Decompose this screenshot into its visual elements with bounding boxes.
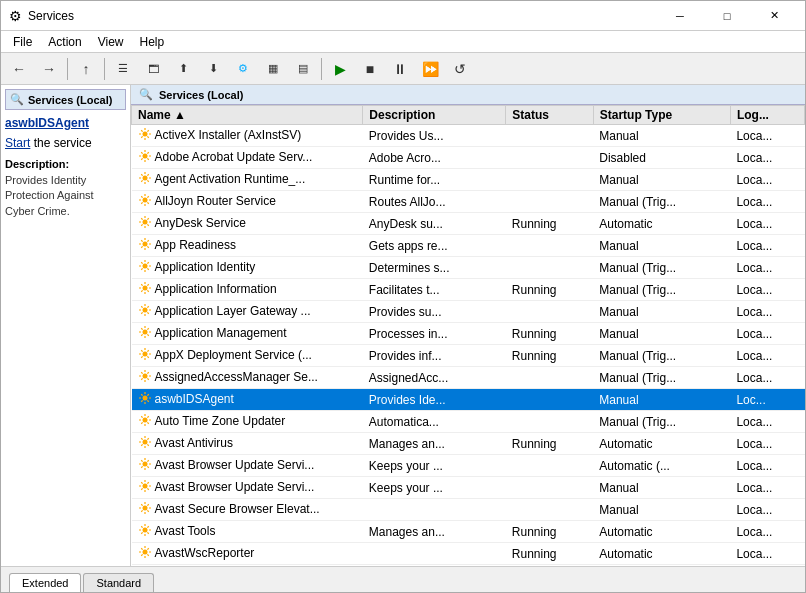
service-name-cell: Application Information [132,279,363,301]
svg-point-9 [142,330,147,335]
service-name-cell: Auto Time Zone Updater [132,411,363,433]
resume-button[interactable]: ⏩ [416,56,444,82]
export-button[interactable]: ⬇ [199,56,227,82]
detail-button[interactable]: ▤ [289,56,317,82]
right-panel-icon: 🔍 [139,88,153,101]
maximize-button[interactable]: □ [704,1,750,31]
table-row[interactable]: aswbIDSAgentProvides Ide...ManualLoc... [132,389,805,411]
service-log-cell: Loca... [730,411,804,433]
col-startup[interactable]: Startup Type [593,106,730,125]
table-row[interactable]: Application ManagementProcesses in...Run… [132,323,805,345]
tab-extended[interactable]: Extended [9,573,81,592]
options-button[interactable]: ⚙ [229,56,257,82]
close-button[interactable]: ✕ [751,1,797,31]
toolbar: ← → ↑ ☰ 🗔 ⬆ ⬇ ⚙ ▦ ▤ ▶ ■ ⏸ ⏩ ↺ [1,53,805,85]
table-row[interactable]: Application Layer Gateway ...Provides su… [132,301,805,323]
table-row[interactable]: AppX Deployment Service (...Provides inf… [132,345,805,367]
services-list: Name ▲ Description Status Startup Type L… [131,105,805,566]
back-button[interactable]: ← [5,56,33,82]
service-startup-cell: Manual [593,125,730,147]
table-row[interactable]: AssignedAccessManager Se...AssignedAcc..… [132,367,805,389]
table-row[interactable]: Agent Activation Runtime_...Runtime for.… [132,169,805,191]
service-status-cell: Running [506,213,593,235]
table-row[interactable]: Avast Secure Browser Elevat...ManualLoca… [132,499,805,521]
col-status[interactable]: Status [506,106,593,125]
menu-help[interactable]: Help [132,33,173,51]
table-row[interactable]: ActiveX Installer (AxInstSV)Provides Us.… [132,125,805,147]
service-status-cell: Running [506,543,593,565]
service-status-cell [506,235,593,257]
service-name-cell: Avast Secure Browser Elevat... [132,499,363,521]
table-row[interactable]: Avast Browser Update Servi...Keeps your … [132,477,805,499]
tab-standard[interactable]: Standard [83,573,154,592]
restart-button[interactable]: ↺ [446,56,474,82]
service-status-cell: Running [506,345,593,367]
service-name-cell: Application Identity [132,257,363,279]
start-service-link[interactable]: Start [5,136,30,150]
service-icon [138,149,152,166]
table-row[interactable]: AvastWscReporterRunningAutomaticLoca... [132,543,805,565]
import-button[interactable]: ⬆ [169,56,197,82]
show-hide-button[interactable]: ☰ [109,56,137,82]
play-button[interactable]: ▶ [326,56,354,82]
service-desc-cell: Provides inf... [363,345,506,367]
stop-button[interactable]: ■ [356,56,384,82]
menu-action[interactable]: Action [40,33,89,51]
selected-service-name[interactable]: aswbIDSAgent [5,116,126,130]
forward-button[interactable]: → [35,56,63,82]
service-startup-cell: Automatic [593,543,730,565]
service-log-cell: Loca... [730,125,804,147]
service-log-cell: Loca... [730,477,804,499]
table-row[interactable]: AllJoyn Router ServiceRoutes AllJo...Man… [132,191,805,213]
description-label: Description: [5,158,126,170]
col-description[interactable]: Description [363,106,506,125]
table-row[interactable]: Auto Time Zone UpdaterAutomatica...Manua… [132,411,805,433]
service-icon [138,457,152,474]
service-status-cell [506,477,593,499]
service-log-cell: Loca... [730,169,804,191]
service-startup-cell: Manual [593,389,730,411]
table-row[interactable]: Avast AntivirusManages an...RunningAutom… [132,433,805,455]
table-row[interactable]: App ReadinessGets apps re...ManualLoca..… [132,235,805,257]
service-status-cell [506,411,593,433]
service-startup-cell: Manual [593,169,730,191]
table-row[interactable]: Avast ToolsManages an...RunningAutomatic… [132,521,805,543]
service-desc-cell: Provides su... [363,301,506,323]
service-icon [138,413,152,430]
menu-view[interactable]: View [90,33,132,51]
service-icon [138,479,152,496]
table-row[interactable]: AnyDesk ServiceAnyDesk su...RunningAutom… [132,213,805,235]
service-name-cell: ActiveX Installer (AxInstSV) [132,125,363,147]
service-desc-cell: Manages an... [363,521,506,543]
window-title: Services [28,9,74,23]
list-button[interactable]: ▦ [259,56,287,82]
service-desc-cell: AssignedAcc... [363,367,506,389]
pause-button[interactable]: ⏸ [386,56,414,82]
menu-file[interactable]: File [5,33,40,51]
services-table[interactable]: Name ▲ Description Status Startup Type L… [131,105,805,566]
new-window-button[interactable]: 🗔 [139,56,167,82]
table-row[interactable]: Avast Browser Update Servi...Keeps your … [132,455,805,477]
table-row[interactable]: Application IdentityDetermines s...Manua… [132,257,805,279]
service-name-cell: Avast Antivirus [132,433,363,455]
minimize-button[interactable]: ─ [657,1,703,31]
col-name[interactable]: Name ▲ [132,106,363,125]
service-log-cell: Loca... [730,433,804,455]
col-log[interactable]: Log... [730,106,804,125]
svg-point-8 [142,308,147,313]
service-icon [138,435,152,452]
service-startup-cell: Automatic [593,521,730,543]
service-desc-cell: Adobe Acro... [363,147,506,169]
service-log-cell: Loca... [730,147,804,169]
svg-point-15 [142,462,147,467]
title-bar: ⚙ Services ─ □ ✕ [1,1,805,31]
svg-point-13 [142,418,147,423]
service-icon [138,545,152,562]
table-row[interactable]: Adobe Acrobat Update Serv...Adobe Acro..… [132,147,805,169]
table-row[interactable]: Application InformationFacilitates t...R… [132,279,805,301]
service-icon [138,193,152,210]
service-desc-cell: Provides Us... [363,125,506,147]
service-icon [138,347,152,364]
up-button[interactable]: ↑ [72,56,100,82]
service-name-cell: App Readiness [132,235,363,257]
